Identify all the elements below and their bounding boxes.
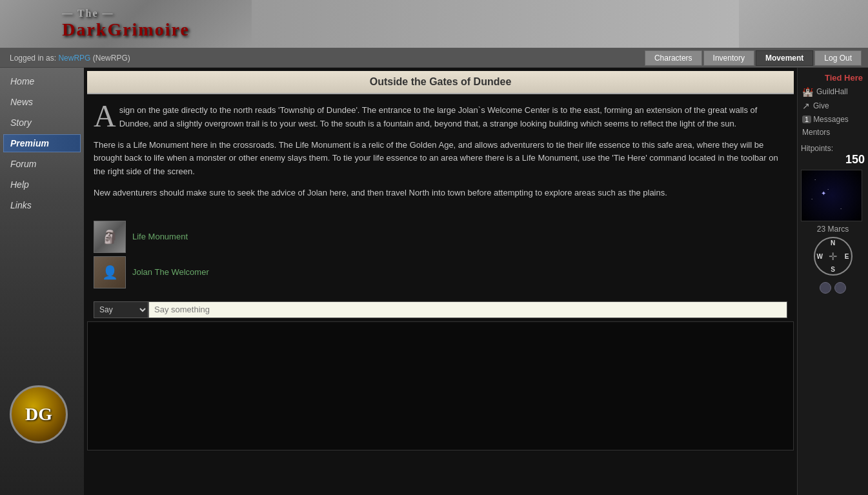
topnav-buttons: Characters Inventory Movement Log Out bbox=[645, 50, 862, 66]
sidebar-item-news[interactable]: News bbox=[3, 93, 81, 111]
chat-input[interactable] bbox=[148, 301, 787, 318]
top-nav: Logged in as: NewRPG (NewRPG) Characters… bbox=[0, 48, 868, 68]
chat-type-select[interactable]: Say Yell Whisper bbox=[94, 301, 148, 318]
right-panel: Tied Here 🏰 GuildHall ↗ Give 1 Messages … bbox=[797, 68, 868, 495]
compass: N S E W ✛ bbox=[814, 237, 853, 276]
logged-in-info: Logged in as: NewRPG (NewRPG) bbox=[6, 54, 645, 63]
give-label: Give bbox=[813, 101, 829, 110]
sidebar-item-story[interactable]: Story bbox=[3, 114, 81, 132]
sidebar: Home News Story Premium Forum Help Links… bbox=[0, 68, 84, 495]
life-monument-link[interactable]: Life Monument bbox=[132, 232, 188, 241]
main-layout: Home News Story Premium Forum Help Links… bbox=[0, 68, 868, 495]
jolan-link[interactable]: Jolan The Welcomer bbox=[132, 267, 209, 277]
mentors-label: Mentors bbox=[802, 128, 830, 137]
sidebar-item-links[interactable]: Links bbox=[3, 196, 81, 214]
description-1: sign on the gate directly to the north r… bbox=[119, 105, 758, 128]
guildhall-action[interactable]: 🏰 GuildHall bbox=[801, 85, 865, 99]
sidebar-item-premium[interactable]: Premium bbox=[3, 134, 81, 152]
content-area: Outside the Gates of Dundee A sign on th… bbox=[84, 68, 797, 495]
username-link[interactable]: NewRPG bbox=[58, 54, 90, 63]
inventory-button[interactable]: Inventory bbox=[703, 50, 754, 66]
tied-here-label[interactable]: Tied Here bbox=[801, 71, 865, 85]
jolan-avatar: 👤 bbox=[94, 256, 126, 288]
header-banner bbox=[252, 0, 868, 48]
logo-the: — The — bbox=[62, 8, 190, 19]
give-action[interactable]: ↗ Give bbox=[801, 99, 865, 113]
direction-dots bbox=[801, 282, 865, 294]
npc-item: 👤 Jolan The Welcomer bbox=[94, 256, 787, 288]
compass-west: W bbox=[817, 253, 823, 260]
header: — The — DarkGrimoire bbox=[0, 0, 868, 48]
avatar-area: DG bbox=[10, 385, 68, 443]
direction-dot-1[interactable] bbox=[820, 282, 831, 294]
characters-button[interactable]: Characters bbox=[645, 50, 702, 66]
compass-ring: N S E W ✛ bbox=[814, 237, 853, 276]
messages-count: 1 bbox=[802, 116, 811, 123]
sidebar-item-help[interactable]: Help bbox=[3, 176, 81, 194]
life-monument-avatar: 🗿 bbox=[94, 221, 126, 253]
chat-log bbox=[87, 321, 794, 450]
guildhall-icon: 🏰 bbox=[802, 86, 813, 97]
initial-letter: A bbox=[94, 101, 116, 132]
sidebar-item-forum[interactable]: Forum bbox=[3, 155, 81, 173]
avatar: DG bbox=[10, 385, 68, 443]
compass-north: N bbox=[831, 239, 835, 247]
mentors-action[interactable]: Mentors bbox=[801, 126, 865, 139]
npc-item: 🗿 Life Monument bbox=[94, 221, 787, 253]
chat-form: Say Yell Whisper bbox=[94, 301, 787, 318]
logo-area: — The — DarkGrimoire bbox=[0, 0, 252, 48]
sidebar-item-home[interactable]: Home bbox=[3, 72, 81, 90]
compass-center: ✛ bbox=[829, 250, 837, 263]
location-description: A sign on the gate directly to the north… bbox=[84, 97, 797, 214]
compass-south: S bbox=[831, 266, 835, 273]
guildhall-label: GuildHall bbox=[816, 87, 848, 96]
description-2: There is a Life Monument here in the cro… bbox=[94, 139, 787, 179]
messages-row[interactable]: 1 Messages bbox=[801, 113, 865, 126]
description-3: New adventurers should make sure to seek… bbox=[94, 187, 787, 200]
compass-east: E bbox=[845, 253, 849, 260]
hitpoints-label: Hitpoints: bbox=[801, 144, 865, 153]
messages-label: Messages bbox=[813, 115, 849, 124]
give-icon: ↗ bbox=[802, 101, 810, 111]
movement-button[interactable]: Movement bbox=[756, 50, 813, 66]
npcs-list: 🗿 Life Monument 👤 Jolan The Welcomer bbox=[84, 214, 797, 295]
location-title: Outside the Gates of Dundee bbox=[87, 71, 794, 94]
logout-button[interactable]: Log Out bbox=[814, 50, 862, 66]
logo: — The — DarkGrimoire bbox=[62, 8, 190, 40]
hitpoints-value: 150 bbox=[801, 153, 865, 167]
direction-dot-2[interactable] bbox=[834, 282, 846, 294]
date-display: 23 Marcs bbox=[801, 225, 865, 234]
map-display: · · · · ✦ bbox=[801, 170, 862, 221]
